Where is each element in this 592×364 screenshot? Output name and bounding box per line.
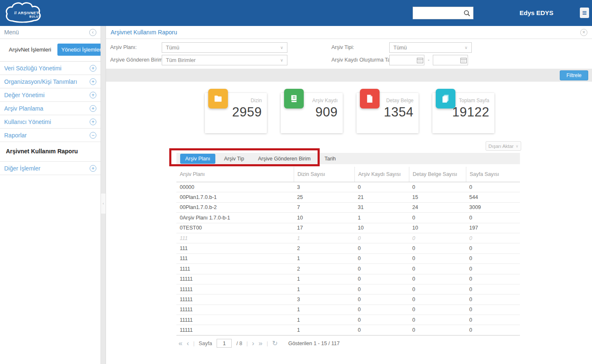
sidebar-item-label: Organizasyon/Kişi Tanımları — [4, 78, 77, 85]
sidebar-resize-rail[interactable]: ‹ — [101, 26, 106, 364]
global-search-input[interactable] — [413, 7, 460, 19]
column-header[interactable]: Detay Belge Sayısı — [409, 167, 466, 182]
table-cell: 10 — [354, 225, 409, 231]
table-row[interactable]: 111113000 — [176, 294, 520, 305]
table-cell: 0 — [466, 245, 520, 251]
tarih-from-field — [389, 55, 424, 65]
sidebar-item-label: Değer Yönetimi — [4, 92, 44, 98]
table-cell: 0 — [354, 266, 409, 272]
refresh-icon[interactable]: ↻ — [270, 340, 280, 347]
table-row[interactable]: 1111000 — [176, 254, 520, 264]
sidebar-item[interactable]: Arşiv Planlama+ — [0, 102, 101, 115]
table-body: 00000300000Plan1.7.0.b-125211554400Plan1… — [176, 182, 520, 336]
olusturma-tarihi-label: Arşiv Kaydı Oluşturma Tarihi: — [331, 57, 399, 63]
table-row[interactable]: 111111000 — [176, 305, 520, 315]
table-row[interactable]: 111111000 — [176, 315, 520, 325]
logo-title: ARŞIVNET — [18, 11, 39, 15]
first-page-icon[interactable]: « — [176, 340, 184, 347]
column-header[interactable]: Arşiv Planı — [176, 167, 294, 182]
table-cell: 111 — [176, 245, 294, 251]
gonderen-birim-label: Arşive Gönderen Birim: — [110, 57, 164, 63]
table-row[interactable]: 000003000 — [176, 182, 520, 192]
expand-plus-icon[interactable]: + — [90, 78, 96, 85]
sidebar-item[interactable]: Veri Sözlüğü Yönetimi+ — [0, 62, 101, 75]
expand-plus-icon[interactable]: + — [90, 92, 96, 98]
close-report-icon[interactable]: × — [580, 29, 587, 36]
arsiv-plani-select[interactable]: Tümü ∨ — [162, 42, 287, 53]
tarih-to-input[interactable] — [433, 55, 459, 65]
report-tab[interactable]: Arşiv Planı — [180, 154, 215, 164]
sidebar-item[interactable]: Organizasyon/Kişi Tanımları+ — [0, 75, 101, 88]
table-cell: 24 — [409, 204, 466, 210]
column-header[interactable]: Sayfa Sayısı — [466, 167, 520, 182]
table-cell: 0 — [354, 235, 409, 241]
table-cell: 3 — [294, 297, 354, 302]
stat-card: Detay Belge1354 — [357, 93, 419, 133]
table-row[interactable]: 111111000 — [176, 325, 520, 335]
table-cell: 17 — [294, 225, 354, 231]
table-row[interactable]: 111111000 — [176, 284, 520, 294]
table-cell: 00Plan1.7.0.b-2 — [176, 204, 294, 210]
rail-collapse-handle[interactable]: ‹ — [101, 194, 106, 214]
table-row[interactable]: 11112000 — [176, 264, 520, 274]
table-row[interactable]: 00Plan1.7.0.b-1252115544 — [176, 192, 520, 202]
column-header[interactable]: Arşiv Kaydı Sayısı — [354, 167, 409, 182]
collapse-minus-icon[interactable]: − — [90, 132, 96, 139]
table-cell: 111 — [176, 235, 294, 241]
report-table: Arşiv PlanıDizin SayısıArşiv Kaydı Sayıs… — [176, 167, 520, 336]
next-page-icon[interactable]: › — [250, 340, 256, 347]
stat-card-value: 19122 — [452, 105, 489, 120]
export-button[interactable]: Dışarı Aktar ∨ — [486, 141, 521, 151]
table-cell: 0 — [354, 327, 409, 333]
table-cell: 0 — [466, 317, 520, 323]
column-header[interactable]: Dizin Sayısı — [294, 167, 354, 182]
arsiv-tipi-label: Arşiv Tipi: — [331, 44, 354, 50]
report-tab[interactable]: Arşiv Tip — [219, 154, 249, 164]
table-cell: 0 — [354, 287, 409, 292]
expand-plus-icon[interactable]: + — [90, 165, 96, 172]
folder-icon — [208, 89, 228, 108]
table-cell: 0 — [409, 235, 466, 241]
table-row[interactable]: 1111000 — [176, 233, 520, 243]
sidebar-mode-tab[interactable]: ArşivNet İşlemleri — [5, 44, 55, 56]
sidebar-item[interactable]: Raporlar− — [0, 129, 101, 142]
table-row[interactable]: 1112000 — [176, 243, 520, 253]
sidebar-mode-tabs: ArşivNet İşlemleriYönetici İşlemleri — [0, 39, 101, 62]
expand-plus-icon[interactable]: + — [90, 105, 96, 112]
table-row[interactable]: 0TEST00171010197 — [176, 223, 520, 233]
table-row[interactable]: 111111000 — [176, 274, 520, 284]
hamburger-menu-icon[interactable]: ≡ — [580, 8, 589, 18]
table-cell: 0 — [466, 327, 520, 333]
arsiv-tipi-select[interactable]: Tümü ∨ — [389, 42, 472, 53]
tarih-from-input[interactable] — [390, 55, 416, 65]
expand-plus-icon[interactable]: + — [90, 119, 96, 125]
gonderen-birim-select[interactable]: Tüm Birimler ∨ — [162, 55, 287, 65]
sidebar-item[interactable]: Arşivnet Kullanım Raporu — [0, 142, 101, 162]
collapse-sidebar-icon[interactable]: ‹ — [89, 29, 96, 36]
calendar-icon[interactable] — [459, 57, 468, 63]
last-page-icon[interactable]: » — [256, 340, 264, 347]
page-number-input[interactable] — [217, 339, 232, 348]
current-user-label[interactable]: Edys EDYS — [520, 9, 553, 16]
table-cell: 00Plan1.7.0.b-1 — [176, 194, 294, 200]
filter-action-bar: Filtrele — [106, 69, 592, 82]
table-cell: 2 — [294, 245, 354, 251]
arsivnet-logo[interactable]: // ARŞIVNET BULUT — [3, 1, 49, 25]
table-cell: 0 — [409, 256, 466, 261]
sidebar-item[interactable]: Kullanıcı Yönetimi+ — [0, 115, 101, 129]
sidebar-mode-tab[interactable]: Yönetici İşlemleri — [57, 44, 106, 56]
report-tab[interactable]: Arşive Gönderen Birim — [253, 154, 316, 164]
table-cell: 0 — [354, 256, 409, 261]
report-tab[interactable]: Tarih — [319, 154, 341, 164]
expand-plus-icon[interactable]: + — [90, 65, 96, 72]
table-cell: 1 — [294, 307, 354, 312]
search-button[interactable] — [460, 7, 473, 19]
sidebar-item[interactable]: Değer Yönetimi+ — [0, 88, 101, 102]
filtrele-button[interactable]: Filtrele — [560, 70, 588, 80]
calendar-icon[interactable] — [416, 57, 424, 63]
prev-page-icon[interactable]: ‹ — [184, 340, 191, 347]
page-title: Arşivnet Kullanım Raporu — [111, 29, 177, 36]
sidebar-item[interactable]: Diğer İşlemler+ — [0, 162, 101, 175]
table-row[interactable]: 00Plan1.7.0.b-2731243009 — [176, 203, 520, 213]
table-row[interactable]: 0Arşiv Planı 1.7.0-b-110100 — [176, 213, 520, 223]
